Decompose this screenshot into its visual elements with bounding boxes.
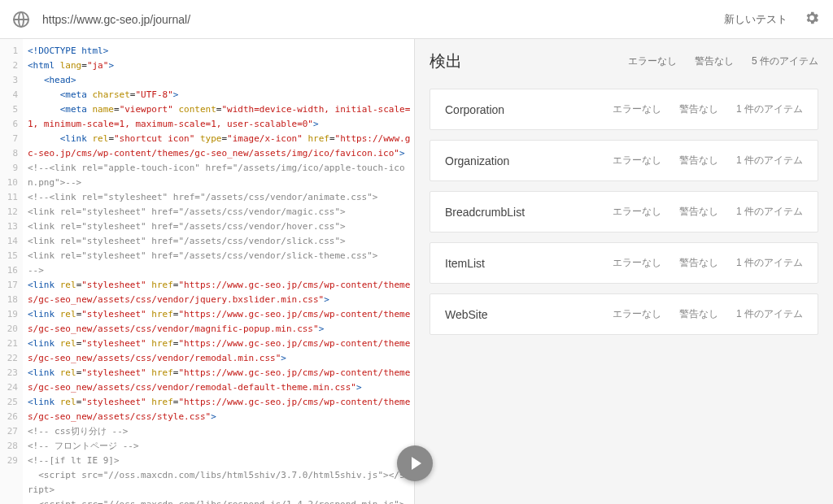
- result-card[interactable]: Corporation エラーなし 警告なし 1 件のアイテム: [430, 89, 818, 130]
- card-stats: エラーなし 警告なし 1 件のアイテム: [613, 307, 803, 321]
- card-items: 1 件のアイテム: [736, 256, 803, 270]
- card-name: BreadcrumbList: [445, 206, 613, 219]
- card-errors: エラーなし: [613, 154, 661, 167]
- card-stats: エラーなし 警告なし 1 件のアイテム: [613, 205, 803, 219]
- summary-errors: エラーなし: [628, 54, 677, 68]
- card-stats: エラーなし 警告なし 1 件のアイテム: [613, 102, 803, 116]
- url-input[interactable]: https://www.gc-seo.jp/journal/: [42, 13, 724, 26]
- new-test-button[interactable]: 新しいテスト: [724, 12, 787, 27]
- source-code[interactable]: <!DOCTYPE html><html lang="ja"> <head> <…: [23, 39, 414, 504]
- code-panel: 1234567891011121314151617181920212223242…: [0, 39, 415, 504]
- gear-icon[interactable]: [804, 10, 820, 28]
- result-card[interactable]: Organization エラーなし 警告なし 1 件のアイテム: [430, 140, 818, 181]
- card-warnings: 警告なし: [679, 205, 718, 219]
- card-errors: エラーなし: [613, 205, 661, 219]
- result-card[interactable]: BreadcrumbList エラーなし 警告なし 1 件のアイテム: [430, 191, 818, 232]
- card-items: 1 件のアイテム: [736, 154, 803, 167]
- card-items: 1 件のアイテム: [736, 205, 803, 219]
- summary-warnings: 警告なし: [695, 54, 734, 68]
- card-errors: エラーなし: [613, 102, 661, 116]
- card-name: Corporation: [445, 103, 613, 116]
- play-button[interactable]: [397, 445, 433, 481]
- card-errors: エラーなし: [613, 256, 661, 270]
- card-warnings: 警告なし: [679, 307, 718, 321]
- card-warnings: 警告なし: [679, 256, 718, 270]
- card-stats: エラーなし 警告なし 1 件のアイテム: [613, 154, 803, 167]
- main-content: 1234567891011121314151617181920212223242…: [0, 39, 833, 504]
- card-warnings: 警告なし: [679, 102, 718, 116]
- card-name: ItemList: [445, 257, 613, 270]
- results-header: 検出 エラーなし 警告なし 5 件のアイテム: [430, 50, 818, 72]
- card-name: Organization: [445, 154, 613, 167]
- results-title: 検出: [430, 50, 628, 72]
- card-errors: エラーなし: [613, 307, 661, 321]
- summary-items: 5 件のアイテム: [752, 54, 818, 68]
- result-card[interactable]: WebSite エラーなし 警告なし 1 件のアイテム: [430, 293, 818, 335]
- card-warnings: 警告なし: [679, 154, 718, 167]
- results-panel: 検出 エラーなし 警告なし 5 件のアイテム Corporation エラーなし…: [415, 39, 833, 504]
- globe-icon: [13, 11, 29, 28]
- card-name: WebSite: [445, 308, 613, 321]
- header-bar: https://www.gc-seo.jp/journal/ 新しいテスト: [0, 0, 833, 39]
- card-items: 1 件のアイテム: [736, 307, 803, 321]
- line-numbers: 1234567891011121314151617181920212223242…: [0, 39, 23, 504]
- summary-stats: エラーなし 警告なし 5 件のアイテム: [628, 54, 818, 68]
- result-cards: Corporation エラーなし 警告なし 1 件のアイテム Organiza…: [430, 89, 818, 335]
- result-card[interactable]: ItemList エラーなし 警告なし 1 件のアイテム: [430, 242, 818, 284]
- card-items: 1 件のアイテム: [736, 102, 803, 116]
- card-stats: エラーなし 警告なし 1 件のアイテム: [613, 256, 803, 270]
